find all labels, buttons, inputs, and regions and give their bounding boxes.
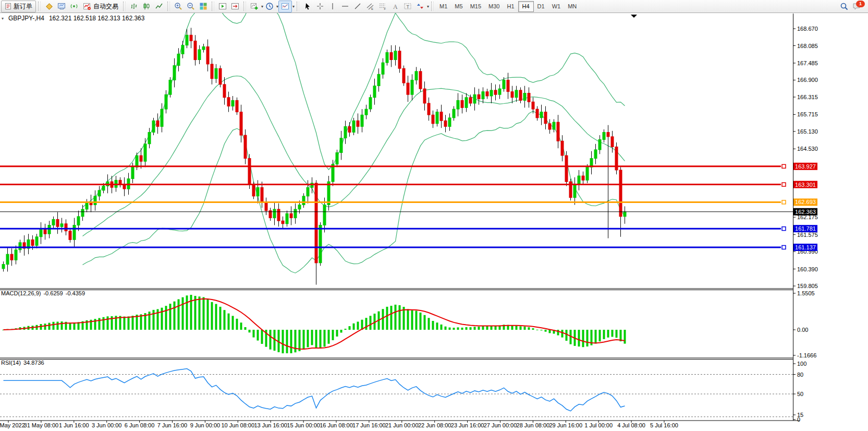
templates-dropdown-icon[interactable]: ▾ bbox=[292, 4, 295, 9]
svg-text:163.927: 163.927 bbox=[795, 163, 816, 170]
axes-frame bbox=[0, 14, 800, 421]
toolbar-grip bbox=[212, 2, 214, 11]
rsi-axis: 1008050150 bbox=[793, 361, 806, 423]
svg-text:161.575: 161.575 bbox=[797, 232, 818, 238]
auto-trading-label: 自动交易 bbox=[93, 2, 118, 11]
new-order-label: 新订单 bbox=[14, 2, 32, 11]
new-order-icon bbox=[5, 3, 11, 10]
svg-text:6 Jun 08:00: 6 Jun 08:00 bbox=[125, 422, 155, 428]
bollinger-bands bbox=[83, 0, 625, 273]
tab-timeframe-w1[interactable]: W1 bbox=[548, 2, 565, 11]
svg-text:4 Jul 08:00: 4 Jul 08:00 bbox=[617, 422, 645, 428]
market-watch-icon[interactable] bbox=[68, 1, 80, 12]
svg-text:164.530: 164.530 bbox=[797, 146, 818, 152]
toolbar-right: 1 bbox=[838, 1, 864, 12]
search-icon[interactable] bbox=[838, 1, 850, 12]
notification-count-badge: 1 bbox=[856, 1, 865, 7]
macd-signal-line bbox=[4, 299, 625, 349]
svg-text:7 Jun 16:00: 7 Jun 16:00 bbox=[157, 422, 188, 428]
rsi-label: RSI(14) 34.8736 bbox=[1, 360, 44, 366]
rsi-line bbox=[4, 369, 625, 411]
bar-chart-icon[interactable] bbox=[128, 1, 140, 12]
toolbar-grip bbox=[123, 2, 126, 11]
tab-timeframe-mn[interactable]: MN bbox=[564, 2, 580, 11]
text-icon[interactable]: A bbox=[389, 1, 401, 12]
svg-text:16 Jun 08:00: 16 Jun 08:00 bbox=[320, 422, 353, 428]
svg-text:1.5505: 1.5505 bbox=[797, 290, 815, 296]
candlestick-icon[interactable] bbox=[140, 1, 153, 12]
tab-timeframe-d1[interactable]: D1 bbox=[534, 2, 548, 11]
chart-dropdown-icon[interactable]: ▾ bbox=[2, 16, 4, 21]
templates-icon[interactable] bbox=[278, 1, 292, 13]
svg-text:15 Jun 00:00: 15 Jun 00:00 bbox=[287, 422, 320, 428]
cursor-icon[interactable] bbox=[301, 1, 314, 12]
horizontal-line-icon[interactable] bbox=[339, 1, 351, 12]
svg-text:50: 50 bbox=[797, 391, 803, 397]
crosshair-icon[interactable] bbox=[314, 1, 326, 12]
fibonacci-icon[interactable]: F bbox=[376, 1, 389, 12]
svg-text:T: T bbox=[407, 4, 410, 9]
profiles-icon[interactable] bbox=[55, 1, 68, 12]
svg-text:30 May 2022: 30 May 2022 bbox=[0, 422, 25, 428]
macd-signal-value: -0.4359 bbox=[66, 290, 85, 296]
symbol-period-label: GBPJPY-,H4 bbox=[8, 15, 44, 22]
auto-trading-icon bbox=[83, 3, 91, 10]
svg-text:17 Jun 16:00: 17 Jun 16:00 bbox=[352, 422, 386, 428]
auto-scroll-icon[interactable] bbox=[216, 1, 229, 12]
svg-text:0: 0 bbox=[797, 416, 800, 423]
ohlc-values: 162.321 162.518 162.313 162.363 bbox=[49, 15, 145, 22]
level-line-anchor bbox=[782, 164, 786, 168]
new-order-button[interactable]: 新订单 bbox=[1, 1, 36, 13]
level-line-anchor bbox=[782, 227, 786, 231]
tab-timeframe-m30[interactable]: M30 bbox=[485, 2, 503, 11]
text-label-icon[interactable]: T bbox=[401, 1, 414, 12]
tab-timeframe-m5[interactable]: M5 bbox=[451, 2, 466, 11]
svg-text:166.315: 166.315 bbox=[797, 94, 818, 100]
trendline-icon[interactable] bbox=[351, 1, 364, 12]
macd-label: MACD(12,26,9) -0.6259 -0.4359 bbox=[1, 290, 85, 296]
top-toolbar: 新订单 自动交易 bbox=[0, 0, 868, 13]
svg-text:F: F bbox=[384, 7, 386, 10]
tile-windows-icon[interactable] bbox=[197, 1, 210, 12]
indicators-icon[interactable] bbox=[248, 1, 261, 12]
svg-text:28 Jun 08:00: 28 Jun 08:00 bbox=[517, 422, 550, 428]
svg-text:9 Jun 00:00: 9 Jun 00:00 bbox=[190, 422, 221, 428]
terminal-window: 168.670168.085167.485166.900166.315165.7… bbox=[0, 0, 868, 431]
notifications-icon[interactable]: 1 bbox=[850, 1, 864, 12]
arrows-dropdown-icon[interactable]: ▾ bbox=[427, 4, 429, 9]
new-chart-icon[interactable] bbox=[43, 1, 55, 12]
svg-text:80: 80 bbox=[797, 372, 803, 378]
chart-shift-icon[interactable] bbox=[229, 1, 241, 12]
svg-text:163.301: 163.301 bbox=[795, 182, 816, 188]
svg-text:161.137: 161.137 bbox=[795, 244, 816, 250]
rsi-value: 34.8736 bbox=[23, 360, 44, 366]
arrows-icon[interactable] bbox=[414, 1, 426, 12]
periods-icon[interactable] bbox=[263, 1, 276, 12]
svg-text:167.485: 167.485 bbox=[797, 60, 818, 66]
tab-timeframe-m15[interactable]: M15 bbox=[467, 2, 485, 11]
toolbar-grip bbox=[243, 2, 246, 11]
line-chart-icon[interactable] bbox=[153, 1, 165, 12]
zoom-in-icon[interactable] bbox=[172, 1, 185, 12]
svg-text:162.693: 162.693 bbox=[795, 199, 816, 205]
macd-name: MACD(12,26,9) bbox=[1, 290, 41, 296]
toolbar-grip bbox=[297, 2, 299, 11]
tab-timeframe-h1[interactable]: H1 bbox=[503, 2, 518, 11]
svg-text:21 Jun 00:00: 21 Jun 00:00 bbox=[385, 422, 419, 428]
svg-text:-1.1666: -1.1666 bbox=[797, 352, 816, 358]
svg-text:22 Jun 08:00: 22 Jun 08:00 bbox=[418, 422, 451, 428]
tab-timeframe-m1[interactable]: M1 bbox=[436, 2, 451, 11]
svg-text:27 Jun 00:00: 27 Jun 00:00 bbox=[484, 422, 517, 428]
rsi-name: RSI(14) bbox=[1, 360, 21, 366]
svg-text:E: E bbox=[371, 7, 373, 10]
auto-trading-button[interactable]: 自动交易 bbox=[80, 1, 121, 12]
tab-timeframe-h4[interactable]: H4 bbox=[518, 1, 534, 12]
toolbar-grip bbox=[431, 2, 434, 11]
candles bbox=[2, 28, 626, 284]
chart-canvas[interactable]: 168.670168.085167.485166.900166.315165.7… bbox=[0, 0, 868, 431]
level-line-anchor bbox=[782, 200, 786, 204]
vertical-line-icon[interactable] bbox=[326, 1, 339, 12]
zoom-out-icon[interactable] bbox=[185, 1, 197, 12]
svg-text:160.390: 160.390 bbox=[797, 266, 818, 272]
equidistant-channel-icon[interactable]: E bbox=[364, 1, 376, 12]
